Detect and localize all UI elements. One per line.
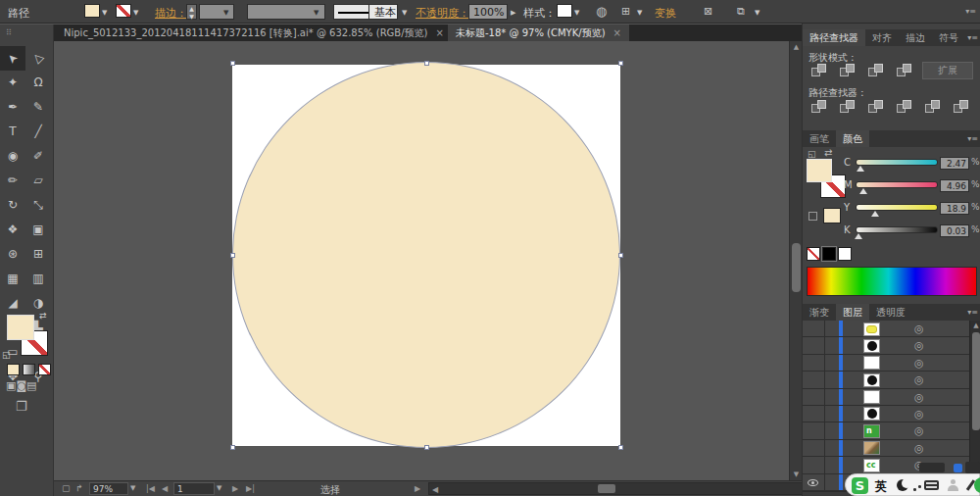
document-setup-icon[interactable]: ◍ <box>596 4 607 20</box>
crop-button[interactable] <box>895 99 916 115</box>
minus-back-button[interactable] <box>952 99 973 115</box>
handle-mid-left[interactable] <box>230 253 235 258</box>
target-circle-icon[interactable]: ◎ <box>914 339 924 352</box>
screen-mode-icon[interactable]: ❐ <box>16 399 27 414</box>
unite-button[interactable] <box>809 63 831 78</box>
horizontal-scroll-thumb[interactable] <box>598 484 615 493</box>
pathfinder-panel-menu-icon[interactable]: ▾≡ <box>967 33 978 42</box>
draw-normal-icon[interactable]: ▣ <box>6 379 16 392</box>
intersect-button[interactable] <box>866 63 888 78</box>
drawing-mode-buttons[interactable]: ▣◙▤ <box>6 379 37 392</box>
next-artboard-icon[interactable]: ▶ <box>232 484 238 493</box>
ime-language-toggle[interactable]: 英 <box>875 478 887 495</box>
layers-tab-0[interactable]: 渐变 <box>803 304 836 321</box>
zoom-level-field[interactable]: 97% <box>89 482 128 495</box>
opacity-field[interactable]: 100% <box>468 4 508 20</box>
outline-button[interactable] <box>923 99 945 115</box>
ime-keyboard-icon[interactable] <box>924 480 939 490</box>
blend-tool[interactable]: ◑ <box>25 291 51 316</box>
artboard-dropdown-icon[interactable]: ▼ <box>217 484 221 492</box>
stroke-weight-dropdown-icon[interactable]: ▼ <box>223 9 228 17</box>
layer-thumbnail[interactable] <box>863 356 880 370</box>
tools-grip[interactable]: ⠿ <box>6 28 13 37</box>
layer-row[interactable]: ◎ <box>803 440 980 457</box>
ime-logo-icon[interactable]: S <box>852 477 868 494</box>
merge-button[interactable] <box>866 99 888 115</box>
target-circle-icon[interactable]: ◎ <box>914 322 924 335</box>
eraser-tool[interactable]: ▱ <box>25 169 51 193</box>
stroke-weight-field[interactable] <box>199 4 234 20</box>
slider-knob-icon[interactable] <box>855 233 862 239</box>
arrange-dropdown-icon[interactable]: ▼ <box>755 9 760 17</box>
exclude-button[interactable] <box>895 63 916 78</box>
color-swap-icon[interactable]: ⇄ <box>824 147 832 158</box>
target-circle-icon[interactable]: ◎ <box>914 442 924 455</box>
slider-knob-icon[interactable] <box>857 166 864 172</box>
layer-thumbnail[interactable] <box>863 407 880 421</box>
pen-tool[interactable]: ✒ <box>0 95 25 120</box>
gradient-mode-button[interactable] <box>23 364 35 375</box>
layer-thumbnail[interactable] <box>863 373 880 387</box>
expand-button[interactable]: 扩展 <box>922 62 973 79</box>
layer-row[interactable]: ◎ <box>803 372 980 388</box>
eyedropper-tool[interactable]: ◢ <box>0 291 25 316</box>
style-dropdown-icon[interactable]: ▼ <box>574 9 579 17</box>
pencil-tool[interactable]: ✏ <box>0 169 25 193</box>
channel-value-K[interactable]: 0.03 <box>940 224 969 237</box>
document-tab[interactable]: Nipic_5012133_20120418111417372116 [转换].… <box>56 25 452 41</box>
paintbrush-tool[interactable]: ✐ <box>25 144 51 169</box>
vertical-scrollbar[interactable]: ▲ ▼ <box>789 41 802 480</box>
layer-row[interactable]: n◎ <box>803 422 980 439</box>
layer-row[interactable]: ◎ <box>803 337 980 354</box>
close-tab-icon[interactable]: × <box>436 27 444 38</box>
layer-row[interactable]: ◎ <box>803 355 980 372</box>
divide-button[interactable] <box>809 99 831 115</box>
transform-link[interactable]: 变换 <box>655 6 676 21</box>
gradient-tool[interactable]: ▥ <box>25 267 51 291</box>
stroke-color-swatch[interactable] <box>116 4 131 18</box>
status-expand-icon[interactable]: ▶ <box>415 484 420 493</box>
channel-slider-Y[interactable] <box>856 204 938 211</box>
artboard-number-field[interactable]: 1 <box>173 482 215 495</box>
rotate-tool[interactable]: ↻ <box>0 193 25 218</box>
prev-artboard-icon[interactable]: ◀ <box>162 484 168 493</box>
handle-top-right[interactable] <box>618 61 623 66</box>
layer-row[interactable]: ◎ <box>803 406 980 422</box>
layers-tab-2[interactable]: 透明度 <box>869 304 912 321</box>
opacity-popup-icon[interactable]: ▶ <box>511 9 515 17</box>
perspective-grid-tool[interactable]: ⊞ <box>25 242 51 267</box>
pathfinder-tab-3[interactable]: 符号 <box>932 29 965 46</box>
brush-basic-label[interactable]: 基本 <box>368 4 398 20</box>
channel-slider-C[interactable] <box>856 159 938 166</box>
magic-wand-tool[interactable]: ✦ <box>0 71 25 95</box>
width-profile-dropdown-icon[interactable]: ▼ <box>314 9 318 17</box>
color-proxy-mini-icon[interactable]: ◱ <box>808 149 816 159</box>
swap-fill-stroke-icon[interactable]: ⇄ <box>39 311 47 321</box>
default-fill-stroke-icon[interactable]: ◱ <box>2 350 11 360</box>
brush-dropdown-icon[interactable]: ▼ <box>402 9 407 17</box>
mesh-tool[interactable]: ▦ <box>0 267 25 291</box>
handle-mid-right[interactable] <box>618 253 623 258</box>
fill-dropdown-icon[interactable]: ▼ <box>102 9 107 17</box>
last-artboard-icon[interactable]: ▶| <box>246 484 255 493</box>
scroll-up-icon[interactable]: ▲ <box>970 322 980 329</box>
direct-selection-tool[interactable]: ▷ <box>25 46 51 71</box>
style-swatch[interactable] <box>557 4 572 18</box>
color-tab-0[interactable]: 画笔 <box>803 130 836 147</box>
horizontal-scrollbar[interactable]: ◀ ▶ <box>428 482 830 495</box>
trim-button[interactable] <box>838 99 859 115</box>
selection-tool[interactable]: ➤ <box>0 46 25 71</box>
slider-knob-icon[interactable] <box>871 211 879 217</box>
white-swatch[interactable] <box>838 247 852 261</box>
layer-row[interactable]: ◎ <box>803 389 980 406</box>
none-swatch[interactable] <box>807 247 820 261</box>
arrange-icon[interactable]: ⧉ <box>737 4 745 20</box>
artboard-nav-icon[interactable]: ▢ <box>62 483 71 493</box>
pathfinder-tab-1[interactable]: 对齐 <box>865 29 899 46</box>
layer-thumbnail[interactable] <box>863 322 880 336</box>
color-spectrum-bar[interactable] <box>807 267 977 296</box>
color-fill-swatch[interactable] <box>807 159 832 182</box>
channel-value-Y[interactable]: 18.9 <box>940 202 969 215</box>
channel-slider-K[interactable] <box>856 226 938 233</box>
layers-panel-menu-icon[interactable]: ▾≡ <box>967 308 978 317</box>
